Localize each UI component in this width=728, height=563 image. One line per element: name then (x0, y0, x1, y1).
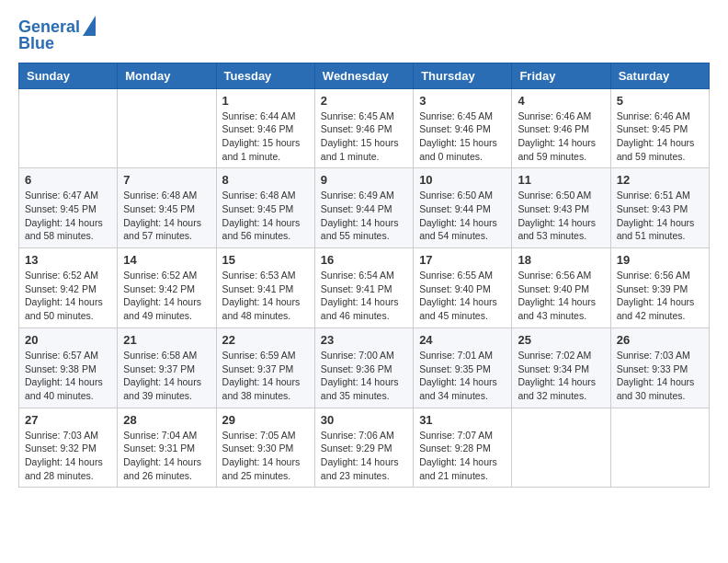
calendar-body: 1Sunrise: 6:44 AMSunset: 9:46 PMDaylight… (19, 88, 710, 488)
day-info: Sunrise: 6:51 AMSunset: 9:43 PMDaylight:… (617, 189, 703, 243)
day-info: Sunrise: 6:54 AMSunset: 9:41 PMDaylight:… (321, 269, 407, 323)
calendar-cell: 1Sunrise: 6:44 AMSunset: 9:46 PMDaylight… (216, 88, 314, 168)
day-number: 11 (518, 173, 604, 187)
day-number: 14 (123, 253, 210, 267)
day-info: Sunrise: 7:05 AMSunset: 9:30 PMDaylight:… (222, 429, 309, 483)
calendar-week-row: 20Sunrise: 6:57 AMSunset: 9:38 PMDayligh… (19, 327, 710, 408)
day-number: 6 (25, 173, 111, 187)
day-info: Sunrise: 6:49 AMSunset: 9:44 PMDaylight:… (321, 189, 407, 243)
day-info: Sunrise: 6:58 AMSunset: 9:37 PMDaylight:… (123, 349, 210, 403)
calendar-week-row: 6Sunrise: 6:47 AMSunset: 9:45 PMDaylight… (19, 168, 710, 248)
day-info: Sunrise: 6:48 AMSunset: 9:45 PMDaylight:… (123, 189, 210, 243)
day-info: Sunrise: 6:56 AMSunset: 9:39 PMDaylight:… (617, 269, 703, 323)
calendar: SundayMondayTuesdayWednesdayThursdayFrid… (18, 63, 710, 488)
calendar-cell: 2Sunrise: 6:45 AMSunset: 9:46 PMDaylight… (314, 88, 413, 168)
calendar-cell: 19Sunrise: 6:56 AMSunset: 9:39 PMDayligh… (610, 248, 709, 328)
calendar-week-row: 1Sunrise: 6:44 AMSunset: 9:46 PMDaylight… (19, 88, 710, 168)
day-number: 25 (518, 333, 604, 347)
day-info: Sunrise: 6:52 AMSunset: 9:42 PMDaylight:… (123, 269, 210, 323)
day-info: Sunrise: 6:46 AMSunset: 9:46 PMDaylight:… (518, 109, 604, 164)
calendar-cell: 22Sunrise: 6:59 AMSunset: 9:37 PMDayligh… (216, 327, 314, 408)
day-info: Sunrise: 7:06 AMSunset: 9:29 PMDaylight:… (321, 429, 407, 483)
header: General Blue (18, 18, 710, 53)
day-number: 26 (617, 333, 703, 347)
day-number: 23 (321, 333, 407, 347)
day-info: Sunrise: 6:48 AMSunset: 9:45 PMDaylight:… (222, 189, 309, 243)
day-number: 31 (419, 413, 506, 427)
day-number: 10 (419, 173, 506, 187)
calendar-cell: 4Sunrise: 6:46 AMSunset: 9:46 PMDaylight… (512, 88, 610, 168)
day-number: 2 (321, 94, 407, 108)
calendar-cell: 23Sunrise: 7:00 AMSunset: 9:36 PMDayligh… (314, 327, 413, 408)
day-info: Sunrise: 6:47 AMSunset: 9:45 PMDaylight:… (25, 189, 111, 243)
day-info: Sunrise: 7:03 AMSunset: 9:33 PMDaylight:… (617, 349, 703, 403)
day-info: Sunrise: 6:55 AMSunset: 9:40 PMDaylight:… (419, 269, 506, 323)
calendar-cell: 10Sunrise: 6:50 AMSunset: 9:44 PMDayligh… (414, 168, 512, 248)
weekday-header-row: SundayMondayTuesdayWednesdayThursdayFrid… (19, 63, 710, 88)
calendar-cell: 9Sunrise: 6:49 AMSunset: 9:44 PMDaylight… (314, 168, 413, 248)
day-number: 3 (419, 94, 506, 108)
calendar-cell: 21Sunrise: 6:58 AMSunset: 9:37 PMDayligh… (118, 327, 216, 408)
day-info: Sunrise: 6:50 AMSunset: 9:44 PMDaylight:… (419, 189, 506, 243)
calendar-cell: 30Sunrise: 7:06 AMSunset: 9:29 PMDayligh… (314, 408, 413, 488)
day-info: Sunrise: 6:56 AMSunset: 9:40 PMDaylight:… (518, 269, 604, 323)
calendar-cell: 28Sunrise: 7:04 AMSunset: 9:31 PMDayligh… (118, 408, 216, 488)
calendar-cell: 5Sunrise: 6:46 AMSunset: 9:45 PMDaylight… (610, 88, 709, 168)
day-info: Sunrise: 7:03 AMSunset: 9:32 PMDaylight:… (25, 429, 111, 483)
calendar-week-row: 27Sunrise: 7:03 AMSunset: 9:32 PMDayligh… (19, 408, 710, 488)
calendar-cell: 3Sunrise: 6:45 AMSunset: 9:46 PMDaylight… (414, 88, 512, 168)
calendar-cell: 20Sunrise: 6:57 AMSunset: 9:38 PMDayligh… (19, 327, 118, 408)
calendar-cell: 16Sunrise: 6:54 AMSunset: 9:41 PMDayligh… (314, 248, 413, 328)
day-info: Sunrise: 7:00 AMSunset: 9:36 PMDaylight:… (321, 349, 407, 403)
day-info: Sunrise: 6:52 AMSunset: 9:42 PMDaylight:… (25, 269, 111, 323)
calendar-cell: 24Sunrise: 7:01 AMSunset: 9:35 PMDayligh… (414, 327, 512, 408)
day-info: Sunrise: 6:57 AMSunset: 9:38 PMDaylight:… (25, 349, 111, 403)
logo-triangle-icon (83, 16, 96, 36)
day-number: 20 (25, 333, 111, 347)
day-number: 21 (123, 333, 210, 347)
calendar-cell (19, 88, 118, 168)
weekday-header-cell: Saturday (610, 63, 709, 88)
day-info: Sunrise: 7:07 AMSunset: 9:28 PMDaylight:… (419, 429, 506, 483)
day-info: Sunrise: 7:01 AMSunset: 9:35 PMDaylight:… (419, 349, 506, 403)
day-info: Sunrise: 7:04 AMSunset: 9:31 PMDaylight:… (123, 429, 210, 483)
day-info: Sunrise: 7:02 AMSunset: 9:34 PMDaylight:… (518, 349, 604, 403)
day-number: 24 (419, 333, 506, 347)
weekday-header-cell: Wednesday (314, 63, 413, 88)
calendar-cell: 14Sunrise: 6:52 AMSunset: 9:42 PMDayligh… (118, 248, 216, 328)
day-number: 8 (222, 173, 309, 187)
day-number: 7 (123, 173, 210, 187)
calendar-week-row: 13Sunrise: 6:52 AMSunset: 9:42 PMDayligh… (19, 248, 710, 328)
weekday-header-cell: Thursday (414, 63, 512, 88)
day-number: 28 (123, 413, 210, 427)
day-number: 13 (25, 253, 111, 267)
calendar-cell: 18Sunrise: 6:56 AMSunset: 9:40 PMDayligh… (512, 248, 610, 328)
day-number: 15 (222, 253, 309, 267)
weekday-header-cell: Sunday (19, 63, 118, 88)
calendar-cell: 7Sunrise: 6:48 AMSunset: 9:45 PMDaylight… (118, 168, 216, 248)
day-info: Sunrise: 6:45 AMSunset: 9:46 PMDaylight:… (419, 109, 506, 164)
day-info: Sunrise: 6:44 AMSunset: 9:46 PMDaylight:… (222, 109, 309, 164)
day-number: 19 (617, 253, 703, 267)
weekday-header-cell: Monday (118, 63, 216, 88)
day-number: 17 (419, 253, 506, 267)
calendar-cell: 11Sunrise: 6:50 AMSunset: 9:43 PMDayligh… (512, 168, 610, 248)
calendar-cell (118, 88, 216, 168)
day-number: 12 (617, 173, 703, 187)
calendar-cell: 26Sunrise: 7:03 AMSunset: 9:33 PMDayligh… (610, 327, 709, 408)
day-number: 1 (222, 94, 309, 108)
day-number: 30 (321, 413, 407, 427)
calendar-cell: 8Sunrise: 6:48 AMSunset: 9:45 PMDaylight… (216, 168, 314, 248)
day-number: 9 (321, 173, 407, 187)
day-info: Sunrise: 6:46 AMSunset: 9:45 PMDaylight:… (617, 109, 703, 164)
logo-general: General (18, 17, 80, 36)
day-info: Sunrise: 6:59 AMSunset: 9:37 PMDaylight:… (222, 349, 309, 403)
day-info: Sunrise: 6:45 AMSunset: 9:46 PMDaylight:… (321, 109, 407, 164)
calendar-cell (610, 408, 709, 488)
calendar-cell: 13Sunrise: 6:52 AMSunset: 9:42 PMDayligh… (19, 248, 118, 328)
logo: General Blue (18, 18, 96, 53)
calendar-cell: 12Sunrise: 6:51 AMSunset: 9:43 PMDayligh… (610, 168, 709, 248)
day-number: 29 (222, 413, 309, 427)
day-number: 16 (321, 253, 407, 267)
day-number: 5 (617, 94, 703, 108)
